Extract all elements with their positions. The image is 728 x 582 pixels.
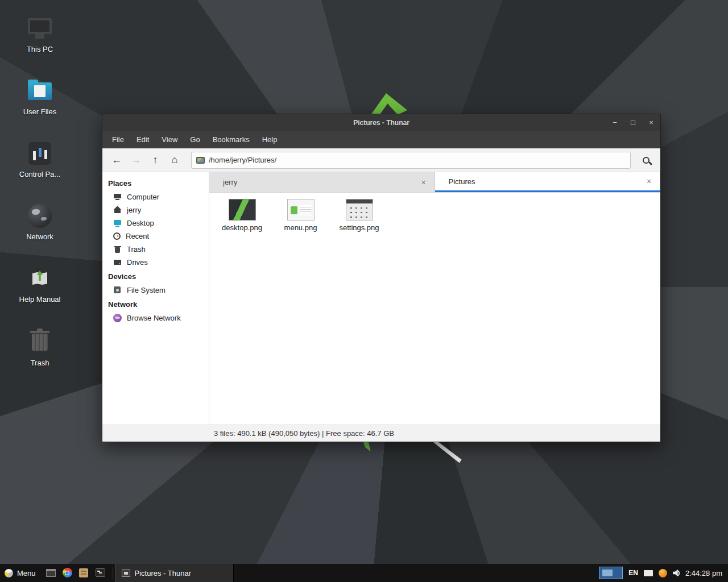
trash-icon: [113, 245, 122, 253]
file-name: menu.png: [274, 223, 328, 232]
desktop-icon-control-panel[interactable]: Control Pa...: [0, 140, 80, 178]
menu-help[interactable]: Help: [256, 131, 284, 148]
desktop-icon-this-pc[interactable]: This PC: [0, 15, 80, 53]
desktop-icon-trash[interactable]: Trash: [0, 329, 80, 367]
sidebar-item-computer[interactable]: Computer: [102, 190, 209, 203]
window-titlebar[interactable]: Pictures - Thunar − □ ×: [102, 114, 660, 131]
file-desktop-png[interactable]: desktop.png: [215, 199, 269, 232]
menu-edit[interactable]: Edit: [130, 131, 155, 148]
home-button[interactable]: ⌂: [165, 151, 184, 169]
file-thumbnail: [287, 199, 315, 221]
workspace-pager[interactable]: [599, 567, 623, 579]
terminal-icon: [96, 568, 105, 577]
tab-bar: jerry × Pictures ×: [209, 172, 660, 193]
sidebar-item-label: File System: [127, 286, 166, 294]
desktop-icon-network[interactable]: Network: [0, 202, 80, 241]
network-globe-icon: [113, 314, 122, 322]
status-bar: 3 files: 490.1 kB (490,050 bytes) | Free…: [102, 425, 660, 442]
desktop-icon: [113, 219, 122, 227]
forward-button[interactable]: →: [126, 151, 146, 169]
folder-icon: [28, 82, 52, 100]
tab-label: jerry: [223, 178, 237, 186]
trash-icon: [32, 334, 48, 351]
file-thumbnail: [346, 199, 373, 221]
menu-file[interactable]: File: [106, 131, 130, 148]
minimize-button[interactable]: −: [606, 114, 624, 131]
home-icon: [113, 206, 122, 214]
keyboard-language-indicator[interactable]: EN: [628, 569, 638, 577]
sidebar-item-label: Drives: [127, 258, 148, 267]
desktop-icon-user-files[interactable]: User Files: [0, 77, 80, 116]
menu-bookmarks[interactable]: Bookmarks: [206, 131, 256, 148]
status-text: 3 files: 490.1 kB (490,050 bytes) | Free…: [214, 429, 394, 438]
file-name: settings.png: [332, 223, 386, 232]
clock-icon: [113, 232, 121, 240]
window-controls: − □ ×: [606, 114, 660, 131]
sidebar-item-drives[interactable]: Drives: [102, 256, 209, 269]
tab-label: Pictures: [449, 177, 475, 186]
terminal-launcher[interactable]: [96, 568, 106, 578]
home-icon: ⌂: [172, 154, 178, 166]
file-manager-launcher[interactable]: [79, 568, 89, 578]
browser-icon: [63, 568, 72, 577]
file-view[interactable]: desktop.png menu.png settings.png: [209, 193, 660, 425]
filesystem-icon: [113, 286, 122, 294]
back-button[interactable]: ←: [107, 151, 126, 169]
sidebar-item-home-jerry[interactable]: jerry: [102, 203, 209, 217]
window-title: Pictures - Thunar: [102, 119, 660, 127]
sidebar-item-recent[interactable]: Recent: [102, 230, 209, 243]
taskbar-task-thunar[interactable]: Pictures - Thunar: [115, 564, 234, 582]
browser-launcher[interactable]: [63, 568, 73, 578]
tab-close-icon[interactable]: ×: [644, 177, 654, 186]
volume-button[interactable]: [673, 569, 680, 577]
tab-jerry[interactable]: jerry ×: [209, 172, 435, 192]
sidebar-item-label: Desktop: [127, 219, 154, 227]
taskbar: Menu Pictures - Thunar EN 2:44:28 pm: [0, 564, 728, 582]
desktop-icon-label: Trash: [0, 359, 80, 367]
desktop-icon-label: Help Manual: [0, 295, 80, 304]
sidebar-item-label: jerry: [127, 206, 141, 214]
drive-icon: [113, 258, 122, 267]
sidebar-item-label: Browse Network: [127, 314, 181, 322]
location-image-icon: [196, 157, 205, 164]
sidebar-item-file-system[interactable]: File System: [102, 284, 209, 297]
up-icon: ↑: [153, 154, 158, 166]
computer-icon: [113, 193, 122, 201]
tab-pictures[interactable]: Pictures ×: [435, 172, 661, 192]
sidebar-item-browse-network[interactable]: Browse Network: [102, 311, 209, 325]
desktop-icon-help-manual[interactable]: Help Manual: [0, 265, 80, 304]
menu-go[interactable]: Go: [184, 131, 206, 148]
search-button[interactable]: [636, 151, 656, 169]
path-bar[interactable]: /home/jerry/Pictures/: [191, 152, 631, 169]
maximize-button[interactable]: □: [624, 114, 642, 131]
window-icon: [46, 569, 56, 577]
sidebar-header-places: Places: [102, 176, 209, 190]
start-menu-button[interactable]: Menu: [0, 564, 42, 582]
sidebar-item-trash[interactable]: Trash: [102, 243, 209, 256]
file-name: desktop.png: [215, 223, 269, 232]
keyboard-layout-icon[interactable]: [644, 570, 653, 576]
thunar-window: Pictures - Thunar − □ × File Edit View G…: [102, 114, 661, 442]
main-column: jerry × Pictures × desktop.png: [209, 172, 660, 425]
menu-view[interactable]: View: [155, 131, 184, 148]
close-button[interactable]: ×: [642, 114, 660, 131]
start-menu-label: Menu: [17, 569, 36, 577]
control-panel-icon: [28, 142, 51, 165]
clock: 2:44:28 pm: [685, 569, 722, 577]
tab-close-icon[interactable]: ×: [419, 178, 429, 187]
sidebar-item-label: Computer: [127, 193, 159, 201]
desktop-icon-label: Control Pa...: [0, 170, 80, 178]
menubar: File Edit View Go Bookmarks Help: [102, 131, 660, 148]
file-menu-png[interactable]: menu.png: [274, 199, 328, 232]
show-desktop-button[interactable]: [46, 568, 56, 578]
file-settings-png[interactable]: settings.png: [332, 199, 386, 232]
desktop-icon-label: This PC: [0, 45, 80, 53]
file-thumbnail: [229, 199, 256, 221]
sidebar-item-desktop[interactable]: Desktop: [102, 217, 209, 230]
thunar-icon: [122, 569, 130, 577]
task-label: Pictures - Thunar: [135, 569, 191, 577]
update-notifier-icon[interactable]: [659, 569, 667, 577]
up-button[interactable]: ↑: [146, 151, 165, 169]
window-body: Places Computer jerry Desktop Recent: [102, 172, 660, 442]
taskbar-separator: [113, 567, 113, 579]
